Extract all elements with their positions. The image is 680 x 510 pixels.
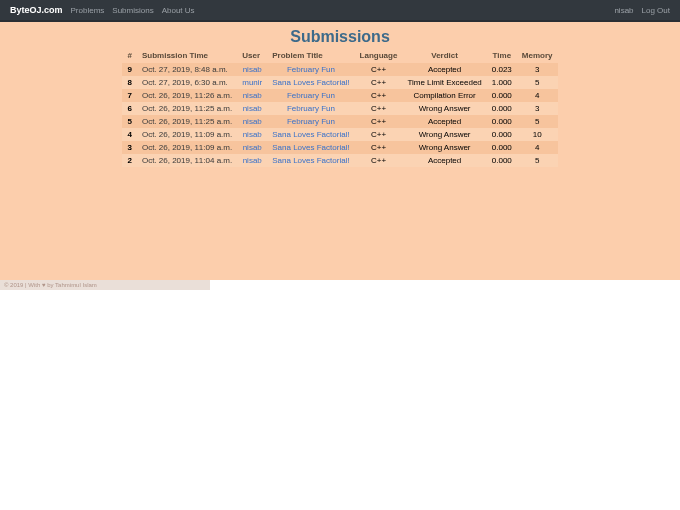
table-row: 5Oct. 26, 2019, 11:25 a.m.nisabFebruary … [122, 115, 557, 128]
cell-time: Oct. 26, 2019, 11:04 a.m. [137, 154, 237, 167]
page-title: Submissions [10, 28, 670, 46]
table-row: 4Oct. 26, 2019, 11:09 a.m.nisabSana Love… [122, 128, 557, 141]
th-problem: Problem Title [267, 49, 354, 63]
problem-link[interactable]: Sana Loves Factorial! [272, 130, 349, 139]
cell-time: Oct. 26, 2019, 11:09 a.m. [137, 128, 237, 141]
table-row: 7Oct. 26, 2019, 11:26 a.m.nisabFebruary … [122, 89, 557, 102]
table-row: 2Oct. 26, 2019, 11:04 a.m.nisabSana Love… [122, 154, 557, 167]
problem-link[interactable]: Sana Loves Factorial! [272, 78, 349, 87]
cell-num: 3 [122, 141, 136, 154]
cell-num: 6 [122, 102, 136, 115]
cell-t: 0.000 [487, 115, 517, 128]
cell-user: munir [237, 76, 267, 89]
nav-user[interactable]: nisab [614, 6, 633, 15]
cell-lang: C++ [355, 63, 403, 76]
cell-verdict: Accepted [402, 63, 486, 76]
problem-link[interactable]: February Fun [287, 65, 335, 74]
cell-problem: Sana Loves Factorial! [267, 154, 354, 167]
th-verdict: Verdict [402, 49, 486, 63]
nav-logout[interactable]: Log Out [642, 6, 670, 15]
nav-about[interactable]: About Us [162, 6, 195, 15]
cell-mem: 4 [517, 89, 558, 102]
user-link[interactable]: nisab [243, 130, 262, 139]
cell-lang: C++ [355, 154, 403, 167]
cell-user: nisab [237, 154, 267, 167]
th-time: Submission Time [137, 49, 237, 63]
nav-submissions[interactable]: Submisions [112, 6, 153, 15]
th-user: User [237, 49, 267, 63]
cell-time: Oct. 26, 2019, 11:25 a.m. [137, 102, 237, 115]
cell-lang: C++ [355, 141, 403, 154]
cell-problem: Sana Loves Factorial! [267, 76, 354, 89]
cell-verdict: Accepted [402, 115, 486, 128]
nav-problems[interactable]: Problems [71, 6, 105, 15]
cell-t: 0.000 [487, 128, 517, 141]
cell-t: 0.000 [487, 154, 517, 167]
cell-t: 1.000 [487, 76, 517, 89]
submissions-table: # Submission Time User Problem Title Lan… [122, 49, 557, 167]
cell-problem: Sana Loves Factorial! [267, 128, 354, 141]
cell-verdict: Wrong Answer [402, 141, 486, 154]
cell-problem: February Fun [267, 102, 354, 115]
cell-mem: 5 [517, 154, 558, 167]
cell-problem: February Fun [267, 63, 354, 76]
cell-mem: 4 [517, 141, 558, 154]
cell-verdict: Compilation Error [402, 89, 486, 102]
th-mem: Memory [517, 49, 558, 63]
cell-mem: 3 [517, 102, 558, 115]
cell-verdict: Time Limit Exceeded [402, 76, 486, 89]
cell-user: nisab [237, 115, 267, 128]
cell-t: 0.023 [487, 63, 517, 76]
cell-lang: C++ [355, 76, 403, 89]
problem-link[interactable]: Sana Loves Factorial! [272, 143, 349, 152]
user-link[interactable]: nisab [243, 156, 262, 165]
cell-user: nisab [237, 102, 267, 115]
table-row: 6Oct. 26, 2019, 11:25 a.m.nisabFebruary … [122, 102, 557, 115]
table-row: 8Oct. 27, 2019, 6:30 a.m.munirSana Loves… [122, 76, 557, 89]
user-link[interactable]: nisab [243, 143, 262, 152]
cell-t: 0.000 [487, 141, 517, 154]
problem-link[interactable]: February Fun [287, 117, 335, 126]
cell-verdict: Wrong Answer [402, 128, 486, 141]
cell-problem: February Fun [267, 89, 354, 102]
user-link[interactable]: nisab [243, 104, 262, 113]
user-link[interactable]: munir [242, 78, 262, 87]
cell-time: Oct. 27, 2019, 6:30 a.m. [137, 76, 237, 89]
th-lang: Language [355, 49, 403, 63]
cell-num: 4 [122, 128, 136, 141]
cell-t: 0.000 [487, 89, 517, 102]
cell-num: 9 [122, 63, 136, 76]
cell-verdict: Accepted [402, 154, 486, 167]
brand-link[interactable]: ByteOJ.com [10, 5, 63, 15]
cell-lang: C++ [355, 128, 403, 141]
problem-link[interactable]: February Fun [287, 91, 335, 100]
cell-num: 7 [122, 89, 136, 102]
user-link[interactable]: nisab [243, 65, 262, 74]
cell-num: 5 [122, 115, 136, 128]
footer-text: © 2019 | With ♥ by Tahmimul Islam [0, 280, 210, 290]
problem-link[interactable]: February Fun [287, 104, 335, 113]
cell-user: nisab [237, 141, 267, 154]
cell-mem: 5 [517, 76, 558, 89]
cell-num: 8 [122, 76, 136, 89]
cell-time: Oct. 26, 2019, 11:09 a.m. [137, 141, 237, 154]
cell-time: Oct. 26, 2019, 11:25 a.m. [137, 115, 237, 128]
user-link[interactable]: nisab [243, 117, 262, 126]
cell-mem: 3 [517, 63, 558, 76]
cell-user: nisab [237, 89, 267, 102]
cell-verdict: Wrong Answer [402, 102, 486, 115]
cell-lang: C++ [355, 102, 403, 115]
user-link[interactable]: nisab [243, 91, 262, 100]
problem-link[interactable]: Sana Loves Factorial! [272, 156, 349, 165]
cell-lang: C++ [355, 89, 403, 102]
table-row: 9Oct. 27, 2019, 8:48 a.m.nisabFebruary F… [122, 63, 557, 76]
cell-problem: Sana Loves Factorial! [267, 141, 354, 154]
page-body: Submissions # Submission Time User Probl… [0, 22, 680, 280]
table-row: 3Oct. 26, 2019, 11:09 a.m.nisabSana Love… [122, 141, 557, 154]
cell-problem: February Fun [267, 115, 354, 128]
th-t: Time [487, 49, 517, 63]
cell-time: Oct. 26, 2019, 11:26 a.m. [137, 89, 237, 102]
cell-lang: C++ [355, 115, 403, 128]
navbar: ByteOJ.com Problems Submisions About Us … [0, 0, 680, 22]
cell-time: Oct. 27, 2019, 8:48 a.m. [137, 63, 237, 76]
